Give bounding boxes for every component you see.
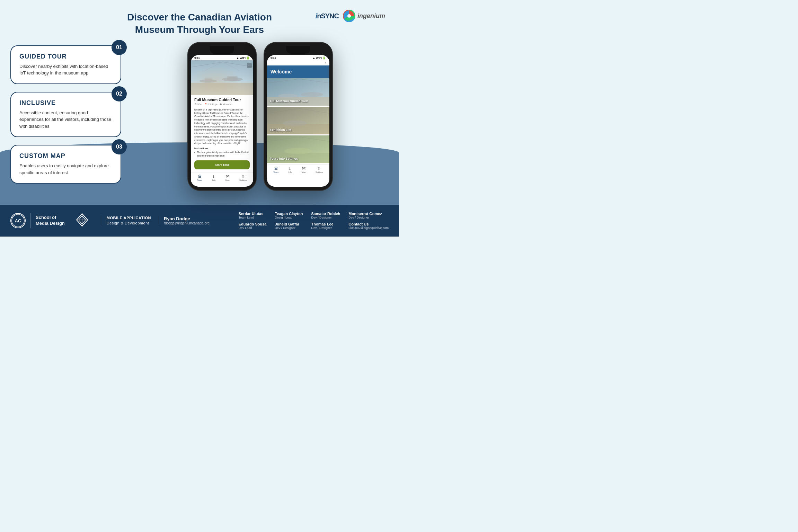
nav-settings-2[interactable]: ⚙ Settings xyxy=(316,167,323,173)
welcome-title: Welcome xyxy=(271,69,326,74)
features-list: 01 GUIDED TOUR Discover nearby exhibits … xyxy=(10,42,121,205)
mobile-app-label: MOBILE APPLICATION Design & Development xyxy=(101,215,151,225)
phone-screen-1: 9:41 ▲ WiFi 🔋 xyxy=(191,55,253,187)
team-member-juneid: Juneid Gaffar Dev / Designer xyxy=(275,222,303,230)
nav-tours-1[interactable]: 🏛 Tours xyxy=(197,175,202,181)
feature-number-1: 01 xyxy=(112,40,127,55)
instructions-title: Instructions xyxy=(194,147,250,150)
team-member-teagan: Teagan Clayton Design Lead xyxy=(275,212,303,219)
meta-stops: 📍 13 Stops xyxy=(204,103,218,106)
welcome-header: Welcome xyxy=(267,65,329,78)
contact-us: Contact Us ulut0002@algonquinlive.com xyxy=(348,222,389,230)
school-name: School of Media Design xyxy=(36,215,65,227)
footer-school: AC School of Media Design xyxy=(10,213,65,228)
share-row: ↑ xyxy=(267,60,329,65)
map-icon-2: 🗺 xyxy=(302,167,305,170)
status-icons-2: ▲ WiFi 🔋 xyxy=(312,56,326,60)
phones-container: 9:41 ▲ WiFi 🔋 xyxy=(128,42,392,205)
svg-line-10 xyxy=(205,62,223,71)
svg-rect-12 xyxy=(247,63,252,68)
svg-rect-2 xyxy=(191,60,253,95)
main-content: 01 GUIDED TOUR Discover nearby exhibits … xyxy=(0,42,399,205)
team-member-eduardo: Eduardo Sousa Dev Lead xyxy=(239,222,267,230)
feature-title-3: CUSTOM MAP xyxy=(19,152,112,160)
feature-card-3: 03 CUSTOM MAP Enables users to easily na… xyxy=(10,145,121,184)
map-icon-1: 🗺 xyxy=(226,175,229,178)
phone2-nav: 🏛 Tours ℹ Info 🗺 Map ⚙ Settings xyxy=(267,164,329,174)
info-icon-1: ℹ xyxy=(213,175,214,178)
start-tour-button[interactable]: Start Tour xyxy=(194,160,250,169)
status-icons-1: ▲ WiFi 🔋 xyxy=(236,56,250,60)
svg-point-1 xyxy=(347,14,351,18)
nav-map-2[interactable]: 🗺 Map xyxy=(302,167,306,173)
nav-map-1[interactable]: 🗺 Map xyxy=(225,175,230,181)
ac-logo: AC xyxy=(10,213,26,228)
phone-welcome: 9:41 ▲ WiFi 🔋 ↑ Welcome xyxy=(264,42,333,191)
feature-card-2: 02 INCLUSIVE Accessible content, ensurin… xyxy=(10,92,121,138)
team-col-3: Samatar Robleh Dev / Designer Thomas Lee… xyxy=(311,212,340,230)
svg-text:AC: AC xyxy=(15,218,21,223)
feature-number-2: 02 xyxy=(112,86,127,101)
nav-info-1[interactable]: ℹ Info xyxy=(212,175,215,181)
svg-point-17 xyxy=(301,92,323,97)
footer: AC School of Media Design MOBILE APPLICA… xyxy=(0,205,399,237)
settings-icon-2: ⚙ xyxy=(318,167,321,170)
team-member-samatar: Samatar Robleh Dev / Designer xyxy=(311,212,340,219)
ingenium-text: ingenium xyxy=(357,12,385,20)
tour-card-2[interactable]: Exhibition List xyxy=(267,107,329,134)
nav-settings-1[interactable]: ⚙ Settings xyxy=(239,175,247,181)
phone-notch-2 xyxy=(286,46,310,54)
svg-rect-3 xyxy=(191,83,253,95)
settings-icon-1: ⚙ xyxy=(241,175,245,178)
tours-icon-1: 🏛 xyxy=(198,175,202,178)
feature-title-2: INCLUSIVE xyxy=(19,99,112,107)
feature-desc-1: Discover nearby exhibits with location-b… xyxy=(19,63,112,77)
share-icon[interactable]: ↑ xyxy=(325,61,327,65)
tour-card-3[interactable]: Tours Into Settings xyxy=(267,135,329,163)
logos-area: inSYNC ingenium xyxy=(292,10,385,22)
footer-team: Serdar Ulutas Team Lead Eduardo Sousa De… xyxy=(216,212,389,230)
svg-point-16 xyxy=(278,94,298,98)
tour-content: Full Museum Guided Tour ⏱ 55m 📍 13 Stops… xyxy=(191,95,253,172)
svg-rect-7 xyxy=(227,76,238,81)
status-bar-2: 9:41 ▲ WiFi 🔋 xyxy=(267,55,329,60)
svg-rect-5 xyxy=(205,78,212,82)
team-col-1: Serdar Ulutas Team Lead Eduardo Sousa De… xyxy=(239,212,267,230)
meta-type: 🏛 Museum xyxy=(220,103,232,106)
info-icon-2: ℹ xyxy=(289,167,291,170)
feature-title-1: GUIDED TOUR xyxy=(19,53,112,60)
title-line1: Discover the Canadian Aviation xyxy=(127,12,272,23)
status-time-2: 9:41 xyxy=(271,56,276,60)
feature-desc-2: Accessible content, ensuring good experi… xyxy=(19,109,112,130)
status-bar-1: 9:41 ▲ WiFi 🔋 xyxy=(191,55,253,60)
team-member-serdar: Serdar Ulutas Team Lead xyxy=(239,212,267,219)
svg-point-4 xyxy=(200,79,217,83)
svg-point-6 xyxy=(222,77,243,81)
phone1-nav: 🏛 Tours ℹ Info 🗺 Map ⚙ Settings xyxy=(191,172,253,182)
phone-notch-1 xyxy=(210,46,234,54)
tour-card-1[interactable]: Full Museum Guided Tour xyxy=(267,78,329,106)
tours-icon-2: 🏛 xyxy=(274,167,278,170)
tour-card-label-3: Tours Into Settings xyxy=(270,157,298,160)
insync-logo: inSYNC xyxy=(316,12,339,20)
svg-text:↑: ↑ xyxy=(248,64,249,67)
status-time-1: 9:41 xyxy=(194,56,200,60)
svg-line-9 xyxy=(223,62,253,67)
tour-description: Embark on a captivating journey through … xyxy=(194,108,250,145)
nav-tours-2[interactable]: 🏛 Tours xyxy=(273,167,278,173)
tour-card-label-2: Exhibition List xyxy=(270,128,291,132)
svg-point-22 xyxy=(283,121,307,126)
team-member-montserrat: Montserrat Gomez Dev / Designer xyxy=(348,212,389,219)
svg-line-8 xyxy=(191,62,223,67)
feature-number-3: 03 xyxy=(112,139,127,154)
feature-card-1: 01 GUIDED TOUR Discover nearby exhibits … xyxy=(10,45,121,84)
svg-line-11 xyxy=(223,62,239,71)
page-title: Discover the Canadian Aviation Museum Th… xyxy=(107,10,292,36)
title-line2: Museum Through Your Ears xyxy=(135,24,264,35)
ingenium-logo: ingenium xyxy=(343,10,385,22)
footer-lead: Ryan Dodge rdodge@ingeniumcanada.org xyxy=(158,216,210,225)
svg-point-27 xyxy=(284,148,312,154)
phone-screen-2: 9:41 ▲ WiFi 🔋 ↑ Welcome xyxy=(267,55,329,187)
tour-hero-image: ↑ xyxy=(191,60,253,95)
nav-info-2[interactable]: ℹ Info xyxy=(288,167,292,173)
